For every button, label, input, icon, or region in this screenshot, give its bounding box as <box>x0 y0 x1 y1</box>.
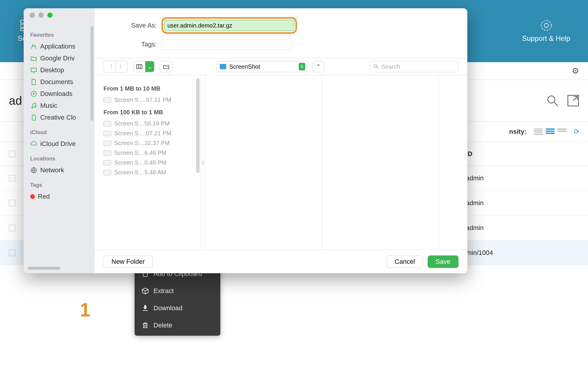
list-item[interactable]: Screen S…32.37 PM <box>104 138 197 148</box>
sidebar-header-locations: Locations <box>30 156 95 162</box>
column-resize-handle[interactable]: || <box>201 75 205 250</box>
nav-back-button[interactable]: 〈 <box>104 61 116 72</box>
sidebar-scrollbar[interactable] <box>91 26 93 121</box>
svg-point-5 <box>548 96 555 103</box>
list-item[interactable]: Screen S….57.11 PM <box>104 95 197 105</box>
sidebar-item-desktop[interactable]: Desktop <box>29 64 95 76</box>
svg-point-4 <box>544 23 548 28</box>
document-icon <box>30 78 37 86</box>
ctx-label: Download <box>154 304 182 312</box>
ctx-delete[interactable]: Delete <box>135 317 220 334</box>
sidebar-item-label: Applications <box>40 43 75 50</box>
item-label: Screen S…32.37 PM <box>114 140 170 147</box>
ctx-download[interactable]: Download <box>135 300 220 317</box>
browser-column-3[interactable] <box>322 75 439 250</box>
dialog-footer: New Folder Cancel Save <box>95 250 467 273</box>
density-medium[interactable] <box>546 128 555 135</box>
svg-text:+: + <box>167 64 169 67</box>
view-columns-button[interactable] <box>133 61 145 72</box>
sidebar-item-label: Google Driv <box>40 54 75 62</box>
location-label: ScreenShot <box>229 63 296 70</box>
view-mode-dropdown[interactable]: ⌄ <box>145 61 154 72</box>
sidebar-item-label: Red <box>38 193 50 200</box>
sidebar-item-applications[interactable]: Applications <box>29 41 95 52</box>
select-all-checkbox[interactable] <box>9 151 15 157</box>
list-item[interactable]: Screen S…5.48 AM <box>104 168 197 177</box>
saveas-input[interactable] <box>164 20 294 31</box>
header-right-label: Support & Help <box>522 34 570 43</box>
search-icon <box>374 64 379 69</box>
thumb-icon <box>104 160 111 165</box>
collapse-button[interactable]: ⌃ <box>313 61 324 72</box>
col-gid[interactable]: /GID <box>459 150 579 158</box>
thumb-icon <box>104 131 111 136</box>
sidebar-item-label: Creative Clo <box>40 114 76 121</box>
new-folder-button[interactable]: New Folder <box>104 255 153 268</box>
row-owner: admin/1004 <box>459 249 579 257</box>
close-window-icon[interactable] <box>30 12 35 18</box>
sidebar-item-creativecloud[interactable]: Creative Clo <box>29 112 95 123</box>
density-compact[interactable] <box>534 128 543 135</box>
nav-forward-button[interactable]: 〉 <box>116 61 127 72</box>
row-owner: in/admin <box>459 199 579 207</box>
gear-icon[interactable]: ⚙ <box>572 66 579 76</box>
sidebar-item-tag-red[interactable]: Red <box>29 191 95 202</box>
browser-column-1[interactable]: From 1 MB to 10 MB Screen S….57.11 PM Fr… <box>95 75 201 250</box>
sidebar-item-documents[interactable]: Documents <box>29 76 95 88</box>
row-checkbox[interactable] <box>9 250 15 256</box>
columns-icon <box>136 64 142 69</box>
search-icon[interactable] <box>547 95 558 107</box>
globe-icon <box>30 167 37 174</box>
list-item[interactable]: Screen S…58.19 PM <box>104 119 197 128</box>
new-folder-icon-button[interactable]: + <box>160 61 173 72</box>
sidebar-header-favorites: Favorites <box>30 32 95 38</box>
save-button[interactable]: Save <box>428 255 458 268</box>
dialog-form: Save As: Tags: <box>95 8 467 58</box>
dialog-main: Save As: Tags: 〈 〉 ⌄ + <box>95 8 467 273</box>
search-placeholder: Search <box>381 63 400 70</box>
svg-rect-17 <box>137 65 142 69</box>
tag-dot-icon <box>30 194 35 199</box>
sidebar-item-music[interactable]: Music <box>29 100 95 112</box>
tags-input[interactable] <box>161 39 292 50</box>
folder-plus-icon: + <box>163 64 169 69</box>
list-item[interactable]: Screen S…0.48 PM <box>104 158 197 168</box>
svg-rect-12 <box>31 68 36 72</box>
sidebar-item-downloads[interactable]: Downloads <box>29 88 95 100</box>
cancel-button[interactable]: Cancel <box>387 255 423 268</box>
column-scrollbar[interactable] <box>196 78 200 173</box>
saveas-highlight <box>161 17 297 34</box>
download-icon <box>142 305 149 312</box>
sidebar-item-network[interactable]: Network <box>29 164 95 176</box>
location-dropdown[interactable]: ScreenShot ⇅ <box>217 61 307 72</box>
finder-search[interactable]: Search <box>370 61 458 72</box>
file-icon <box>30 114 37 121</box>
header-right[interactable]: Support & Help <box>522 20 570 43</box>
list-item[interactable]: Screen S….07.21 PM <box>104 128 197 138</box>
sidebar-h-scrollbar[interactable] <box>28 267 60 270</box>
row-checkbox[interactable] <box>9 175 15 181</box>
sidebar-header-icloud: iCloud <box>30 129 95 136</box>
item-label: Screen S…6.46 PM <box>114 149 167 156</box>
zoom-window-icon[interactable] <box>47 12 53 18</box>
svg-line-6 <box>554 102 558 106</box>
density-loose[interactable] <box>558 128 566 135</box>
row-checkbox[interactable] <box>9 225 15 231</box>
ctx-extract[interactable]: Extract <box>135 282 220 300</box>
folder-icon <box>30 55 37 62</box>
save-dialog: Favorites Applications Google Driv Deskt… <box>24 8 467 273</box>
sidebar-item-iclouddrive[interactable]: iCloud Drive <box>29 138 95 150</box>
saveas-label: Save As: <box>121 22 157 29</box>
ctx-label: Extract <box>154 287 174 295</box>
thumb-icon <box>104 150 111 156</box>
page-title-fragment: ad <box>9 94 22 107</box>
row-checkbox[interactable] <box>9 200 15 206</box>
refresh-icon[interactable]: ⟳ <box>574 128 579 136</box>
browser-column-2[interactable] <box>205 75 322 250</box>
sidebar-item-googledrive[interactable]: Google Driv <box>29 52 95 64</box>
minimize-window-icon[interactable] <box>38 12 44 18</box>
item-label: Screen S…0.48 PM <box>114 159 167 166</box>
list-item[interactable]: Screen S…6.46 PM <box>104 148 197 158</box>
thumb-icon <box>104 97 111 103</box>
expand-icon[interactable] <box>567 95 579 107</box>
